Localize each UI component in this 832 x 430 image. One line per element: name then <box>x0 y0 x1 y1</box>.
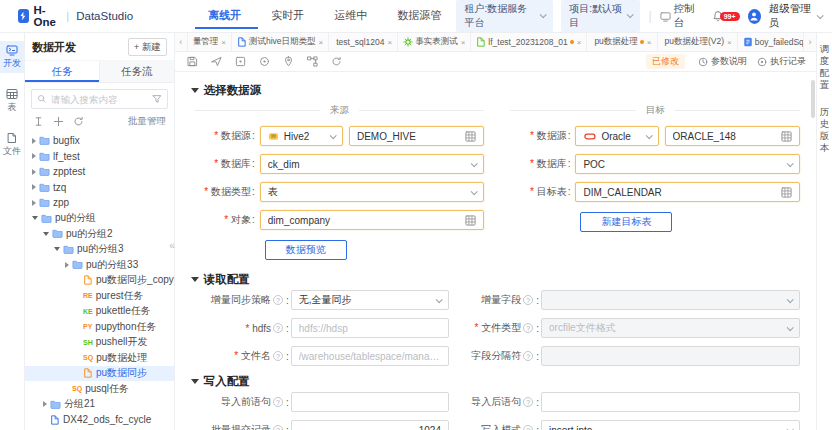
table-pick-icon[interactable] <box>465 131 476 142</box>
tree-item[interactable]: tzq <box>25 180 174 196</box>
close-icon[interactable]: × <box>727 38 732 47</box>
tree-item[interactable]: pu数据同步_copy <box>25 273 174 289</box>
help-icon[interactable]: ? <box>523 295 533 305</box>
tree-item[interactable]: pu的分组33 <box>25 257 174 273</box>
project-selector[interactable]: 项目:默认项目 <box>561 0 640 32</box>
notifications-button[interactable]: 99+ <box>712 10 740 22</box>
field-input[interactable]: hdfs://hdsp <box>291 318 449 338</box>
close-icon[interactable]: × <box>387 38 392 47</box>
field-input[interactable]: DEMO_HIVE <box>349 126 485 146</box>
save-icon[interactable] <box>187 56 198 67</box>
refresh-icon[interactable] <box>331 56 342 67</box>
help-icon[interactable]: ? <box>523 351 533 361</box>
field-select[interactable]: orcfile文件格式 <box>541 318 800 338</box>
tree-item[interactable]: zpp <box>25 195 174 211</box>
collapse-arrow-icon[interactable] <box>43 232 49 236</box>
help-icon[interactable]: ? <box>273 351 283 361</box>
tree-item[interactable]: zpptest <box>25 164 174 180</box>
console-button[interactable]: 控制台 <box>660 2 700 30</box>
field-select[interactable]: Hive2 <box>260 126 343 146</box>
rail-item-开发[interactable]: 开发 <box>0 41 24 73</box>
tab-scroll-right-icon[interactable]: › <box>803 33 816 51</box>
tree-item[interactable]: DX42_ods_fc_cycle <box>25 412 174 428</box>
package-icon[interactable] <box>235 56 246 67</box>
close-icon[interactable]: × <box>647 38 652 47</box>
tab-scroll-left-icon[interactable]: ‹ <box>175 33 188 51</box>
sidebar-tab-任务流[interactable]: 任务流 <box>99 61 174 82</box>
expand-arrow-icon[interactable] <box>32 200 36 206</box>
tree-item[interactable]: SQpusql任务 <box>25 381 174 397</box>
nav-item[interactable]: 数据源管理 <box>384 3 456 29</box>
section-title-1[interactable]: 选择数据源 <box>191 83 800 98</box>
expand-arrow-icon[interactable] <box>32 138 36 144</box>
help-icon[interactable]: ? <box>273 425 283 430</box>
expand-icon[interactable] <box>33 116 44 127</box>
field-input[interactable]: /warehouse/tablespace/managed/hive/ck_di… <box>291 346 449 366</box>
field-input[interactable]: 1024 <box>291 420 449 430</box>
table-pick-icon[interactable] <box>781 131 792 142</box>
field-input[interactable]: ORACLE_148 <box>665 126 801 146</box>
close-icon[interactable]: × <box>461 38 466 47</box>
help-icon[interactable]: ? <box>273 323 283 333</box>
add-icon[interactable] <box>53 116 64 127</box>
help-icon[interactable]: ? <box>523 323 533 333</box>
tree-item[interactable]: SHpushell开发 <box>25 335 174 351</box>
tree-item[interactable]: lf_test <box>25 149 174 165</box>
tree-item[interactable]: pu的分组2 <box>25 226 174 242</box>
tree-item[interactable]: KEpukettle任务 <box>25 304 174 320</box>
field-input[interactable] <box>541 346 800 366</box>
tree-item[interactable]: PYpupython任务 <box>25 319 174 335</box>
editor-tab[interactable]: pu数据处理(V2)× <box>658 33 738 51</box>
field-select[interactable]: Oracle <box>575 126 658 146</box>
expand-arrow-icon[interactable] <box>32 153 36 159</box>
field-select[interactable]: ck_dim <box>260 154 485 174</box>
editor-tab[interactable]: pu数据处理× <box>587 33 657 51</box>
publish-icon[interactable] <box>211 56 222 67</box>
section-title-2[interactable]: 读取配置 <box>191 272 800 287</box>
target-icon[interactable] <box>259 56 270 67</box>
editor-tab[interactable]: 测试hive日期类型× <box>232 33 329 51</box>
tree-item[interactable]: bugfix <box>25 133 174 149</box>
data-preview-button[interactable]: 数据预览 <box>265 240 347 260</box>
refresh-small-icon[interactable] <box>73 116 84 127</box>
editor-tab[interactable]: test_sql1204× <box>329 33 398 51</box>
field-input[interactable] <box>291 392 449 412</box>
tree-item[interactable]: REpurest任务 <box>25 288 174 304</box>
close-icon[interactable]: × <box>577 38 582 47</box>
tree-item[interactable]: pu的分组3 <box>25 242 174 258</box>
nav-item[interactable]: 运维中心 <box>321 3 384 29</box>
rail-item-文件[interactable]: 文件 <box>0 129 24 161</box>
field-select[interactable]: 无,全量同步 <box>291 290 449 310</box>
nav-item[interactable]: 实时开发 <box>258 3 321 29</box>
history-version-tab[interactable]: 历史版本 <box>820 106 830 153</box>
section-title-3[interactable]: 写入配置 <box>191 374 800 389</box>
tree-item[interactable]: pu的分组 <box>25 211 174 227</box>
avatar[interactable] <box>748 9 761 24</box>
toolbar-action-执行记录[interactable]: 执行记录 <box>757 55 806 68</box>
help-icon[interactable]: ? <box>273 295 283 305</box>
expand-arrow-icon[interactable] <box>32 169 36 175</box>
editor-tab[interactable]: 量管理× <box>188 33 232 51</box>
expand-arrow-icon[interactable] <box>32 184 36 190</box>
expand-arrow-icon[interactable] <box>65 262 69 268</box>
schedule-config-tab[interactable]: 调度配置 <box>820 43 830 90</box>
tree-item[interactable]: SQpu数据处理 <box>25 350 174 366</box>
field-select[interactable]: POC <box>575 154 800 174</box>
table-pick-icon[interactable] <box>465 215 476 226</box>
editor-tab[interactable]: 事实表测试× <box>398 33 471 51</box>
editor-tab[interactable]: boy_failedSql× <box>738 33 803 51</box>
field-input[interactable] <box>541 392 800 412</box>
help-icon[interactable]: ? <box>523 425 533 430</box>
close-icon[interactable]: × <box>319 38 324 47</box>
tenant-selector[interactable]: 租户:数据服务平台 <box>456 0 553 32</box>
search-input[interactable] <box>51 94 148 105</box>
help-icon[interactable]: ? <box>523 397 533 407</box>
new-task-button[interactable]: + 新建 <box>128 38 167 56</box>
create-target-table-button[interactable]: 新建目标表 <box>580 212 672 232</box>
table-pick-icon[interactable] <box>781 187 792 198</box>
toolbar-action-参数说明[interactable]: 参数说明 <box>698 55 747 68</box>
field-select[interactable] <box>541 290 800 310</box>
field-select[interactable]: 表 <box>260 182 485 202</box>
dag-icon[interactable] <box>307 56 318 67</box>
pin-icon[interactable] <box>283 56 294 67</box>
